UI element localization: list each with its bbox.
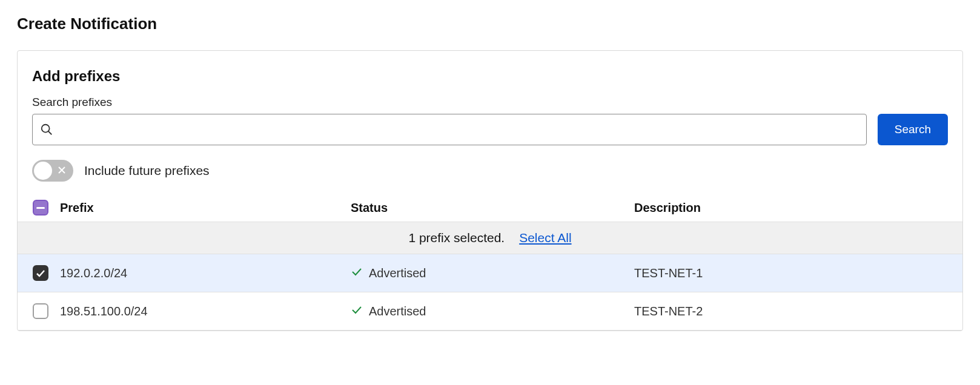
table-row[interactable]: 198.51.100.0/24 Advertised TEST-NET-2 — [18, 292, 962, 331]
row-status-text: Advertised — [369, 304, 426, 318]
close-icon — [58, 166, 66, 176]
toggle-knob — [34, 162, 52, 180]
svg-point-0 — [42, 125, 50, 133]
row-status: Advertised — [351, 304, 634, 319]
col-header-prefix: Prefix — [58, 201, 351, 215]
toggle-label: Include future prefixes — [84, 163, 210, 178]
add-prefixes-panel: Add prefixes Search prefixes Search — [17, 50, 963, 331]
section-title: Add prefixes — [18, 68, 962, 85]
selection-count: 1 prefix selected. — [408, 231, 505, 245]
row-checkbox[interactable] — [33, 303, 48, 319]
row-status-text: Advertised — [369, 266, 426, 280]
col-header-description: Description — [634, 201, 956, 215]
table-row[interactable]: 192.0.2.0/24 Advertised TEST-NET-1 — [18, 254, 962, 292]
row-description: TEST-NET-2 — [634, 304, 956, 318]
col-header-status: Status — [351, 201, 634, 215]
search-input[interactable] — [59, 114, 859, 145]
search-label: Search prefixes — [18, 96, 962, 109]
search-icon — [40, 123, 53, 136]
row-prefix: 198.51.100.0/24 — [58, 304, 351, 318]
include-future-toggle[interactable] — [32, 160, 73, 182]
search-button[interactable]: Search — [878, 114, 948, 145]
check-icon — [351, 266, 363, 281]
row-status: Advertised — [351, 266, 634, 281]
page-title: Create Notification — [17, 15, 963, 33]
svg-line-1 — [48, 131, 52, 135]
check-icon — [351, 304, 363, 319]
selection-bar: 1 prefix selected. Select All — [18, 222, 962, 254]
row-checkbox[interactable] — [33, 265, 48, 281]
search-box — [32, 114, 867, 145]
row-description: TEST-NET-1 — [634, 266, 956, 280]
select-all-checkbox[interactable] — [33, 200, 48, 216]
table-header: Prefix Status Description — [18, 194, 962, 222]
select-all-link[interactable]: Select All — [519, 231, 571, 245]
row-prefix: 192.0.2.0/24 — [58, 266, 351, 280]
